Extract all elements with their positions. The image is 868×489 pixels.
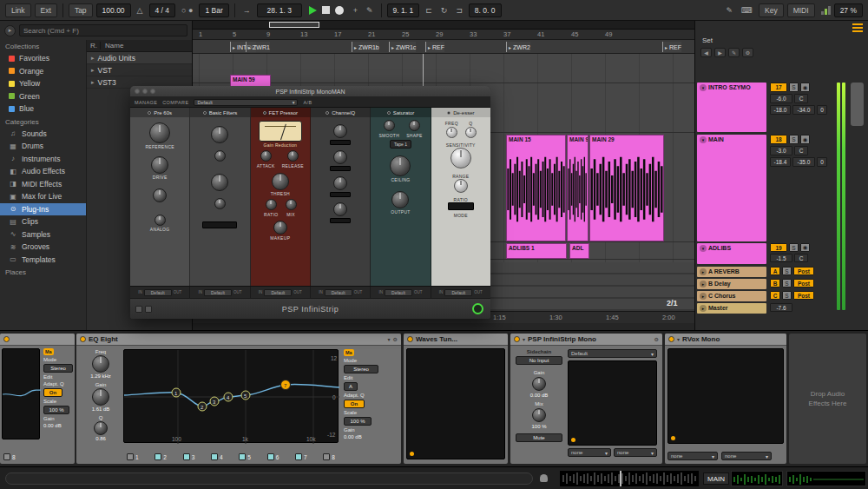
scale-value[interactable]: 100 %	[344, 417, 372, 426]
filter-toggle-5[interactable]: 5	[239, 453, 251, 460]
return-name-b-delay[interactable]: ▸ B Delay	[697, 279, 766, 289]
filter-type-icon[interactable]	[239, 453, 246, 460]
strip-power-icon[interactable]	[326, 111, 329, 115]
device-waves-tuner[interactable]: Waves Tun...	[404, 334, 508, 464]
collection-blue[interactable]: Blue	[0, 102, 86, 116]
filter-toggle-8[interactable]: 8	[3, 453, 16, 460]
gain-value[interactable]: 1.61 dB	[92, 406, 110, 412]
draw-icon[interactable]: ✎	[728, 48, 740, 57]
device-titlebar[interactable]: EQ Eight ▾ ⚙	[76, 334, 401, 346]
ratio-knob[interactable]	[266, 199, 277, 210]
loop-start-display[interactable]: 9. 1. 1	[387, 3, 420, 17]
strip-header[interactable]: ChannelQ	[311, 108, 370, 117]
quantize-menu[interactable]: 1 Bar	[199, 3, 228, 17]
loop-length-display[interactable]: 8. 0. 0	[469, 3, 502, 17]
send-mode-button[interactable]: Post	[793, 291, 814, 300]
collection-green[interactable]: Green	[0, 90, 86, 103]
output-knob[interactable]	[391, 191, 409, 208]
track-name-adlibs[interactable]: ▾ ADLIBS	[697, 243, 766, 264]
filter-type-icon[interactable]	[3, 453, 10, 460]
collection-orange[interactable]: Orange	[0, 65, 86, 78]
track-number[interactable]: 17	[770, 83, 787, 92]
pre-analog-knob[interactable]	[155, 215, 166, 226]
locator-zwr1c[interactable]: ▸ZWR1c	[389, 42, 416, 52]
arrangement-menu-icon[interactable]	[852, 23, 863, 32]
volume-display[interactable]: -6.0	[770, 94, 792, 103]
device-power-button[interactable]	[80, 336, 86, 342]
filter-type-icon[interactable]	[155, 453, 161, 460]
ext-button[interactable]: Ext	[35, 3, 57, 17]
overdub-plus-icon[interactable]: +	[351, 5, 360, 16]
io-preset-selector[interactable]: Default	[444, 289, 472, 296]
program-selector[interactable]: none▾	[614, 448, 657, 457]
plugin-panel-display[interactable]	[568, 360, 657, 446]
deesser-q-knob[interactable]	[465, 127, 477, 138]
filter-toggle-2[interactable]: 2	[155, 453, 167, 460]
punch-out-icon[interactable]: ⊐	[453, 5, 465, 16]
strip-header[interactable]: Basic Filters	[190, 108, 249, 117]
track-name-main[interactable]: ▾ MAIN	[697, 135, 766, 241]
makeup-knob[interactable]	[273, 221, 287, 235]
eq-band-3-knob[interactable]	[333, 176, 347, 190]
volume-display[interactable]: -3.0	[770, 146, 792, 155]
pan-display[interactable]: C	[794, 146, 808, 155]
clip-adlibs-2[interactable]: ADL	[569, 243, 589, 259]
device-titlebar[interactable]	[0, 334, 75, 346]
q-value[interactable]: 0.86	[95, 436, 106, 441]
clip-adlibs-1[interactable]: ADLIBS 1	[506, 243, 567, 259]
track-fold-icon[interactable]: ▸	[700, 305, 707, 312]
locator-ref-2[interactable]: ▸REF	[662, 42, 681, 52]
device-rvox[interactable]: ▾ RVox Mono none▾ none▾	[665, 334, 786, 464]
notification-bell-icon[interactable]	[540, 474, 548, 482]
category-samples[interactable]: ∿Samples	[0, 228, 86, 241]
category-grooves[interactable]: ≋Grooves	[0, 241, 86, 254]
locator-row[interactable]: ▸INTRO ▸ZWR1 ▸ZWR1b ▸ZWR1c ▸REF ▸ZWR2 ▸R…	[193, 40, 694, 54]
fold-device-icon[interactable]: ▾	[677, 336, 680, 342]
return-letter[interactable]: B	[770, 279, 780, 287]
time-signature-display[interactable]: 4 / 4	[149, 3, 176, 17]
io-preset-selector[interactable]: Default	[264, 289, 292, 296]
strip-power-icon[interactable]	[387, 111, 391, 115]
category-templates[interactable]: ▭Templates	[0, 254, 86, 267]
sensitivity-knob[interactable]	[450, 148, 471, 169]
category-drums[interactable]: ▦Drums	[0, 140, 86, 153]
filter-toggle-6[interactable]: 6	[267, 453, 279, 460]
punch-in-icon[interactable]: ⊏	[423, 5, 435, 16]
solo-button[interactable]: S	[789, 135, 799, 144]
expand-icon[interactable]: ▸	[91, 67, 95, 74]
shape-knob[interactable]	[409, 120, 420, 131]
adapt-q-toggle[interactable]: On	[43, 388, 62, 397]
arm-button[interactable]: ◉	[800, 135, 810, 144]
computer-midi-keyboard-icon[interactable]: ⌨	[739, 5, 755, 16]
filter-toggle-4[interactable]: 4	[211, 453, 223, 460]
mode-selector[interactable]: Stereo	[344, 365, 378, 373]
arm-button[interactable]: ◉	[800, 83, 810, 92]
device-psp-infinistrip[interactable]: ▾ PSP InfiniStrip Mono ⚙ Sidechain No In…	[510, 334, 662, 464]
bank-selector[interactable]: none▾	[667, 452, 718, 460]
q-knob[interactable]	[94, 421, 108, 435]
hpf-slope-knob[interactable]	[214, 150, 226, 162]
filter-type-icon[interactable]	[127, 453, 134, 460]
send-mode-button[interactable]: Post	[793, 267, 814, 275]
locator-zwr1[interactable]: ▸ZWR1	[246, 42, 270, 52]
solo-button[interactable]: S	[782, 267, 792, 275]
fold-device-icon[interactable]: ▾	[523, 336, 525, 342]
filter-type-icon[interactable]	[183, 453, 190, 460]
eq-band-2-knob[interactable]	[333, 150, 347, 164]
wrench-icon[interactable]: ⚙	[654, 336, 659, 342]
release-knob[interactable]	[287, 150, 299, 162]
edit-channel-button[interactable]: A	[344, 382, 358, 391]
category-midi-effects[interactable]: ◨MIDI Effects	[0, 178, 86, 191]
track-fold-icon[interactable]: ▾	[700, 136, 707, 143]
track-name-intro-szymo[interactable]: ▾ INTRO SZYMO	[697, 83, 766, 132]
lock-icon[interactable]: ⚙	[742, 48, 753, 57]
category-audio-effects[interactable]: ◧Audio Effects	[0, 165, 86, 178]
category-instruments[interactable]: ♪Instruments	[0, 153, 86, 166]
track-fold-icon[interactable]: ▾	[700, 245, 707, 252]
sidechain-input-selector[interactable]: No Input	[516, 356, 562, 365]
track-number[interactable]: 19	[770, 243, 787, 252]
device-power-button[interactable]	[3, 336, 10, 342]
plugin-panel-display[interactable]	[667, 348, 784, 444]
plugin-power-button[interactable]	[472, 303, 483, 314]
drop-audio-effects-area[interactable]: Drop Audio Effects Here	[789, 334, 866, 464]
